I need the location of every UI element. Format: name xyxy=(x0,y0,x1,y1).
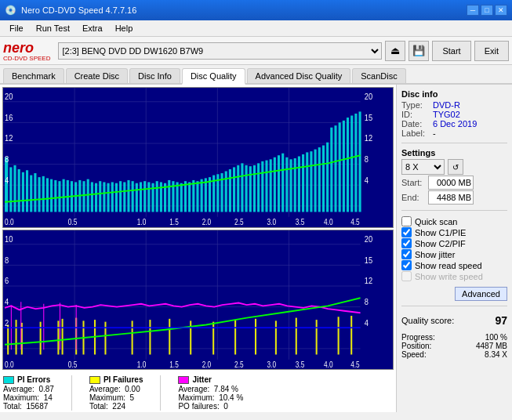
refresh-icon-button[interactable]: ↺ xyxy=(448,159,463,175)
quality-score-value: 97 xyxy=(495,314,507,327)
save-icon-button[interactable]: 💾 xyxy=(409,41,429,61)
svg-rect-69 xyxy=(241,163,243,212)
eject-icon-button[interactable]: ⏏ xyxy=(385,41,405,61)
end-field[interactable] xyxy=(428,190,474,205)
maximize-button[interactable]: □ xyxy=(481,5,493,16)
svg-rect-79 xyxy=(281,154,284,212)
svg-text:0.0: 0.0 xyxy=(5,360,14,369)
quick-scan-checkbox[interactable] xyxy=(401,216,412,226)
speed-select[interactable]: 8 X xyxy=(401,159,445,175)
pi-errors-stats: PI Errors Average: 0.87 Maximum: 14 Tota… xyxy=(3,375,54,411)
svg-rect-70 xyxy=(245,165,248,212)
progress-row: Progress: 100 % xyxy=(401,333,507,342)
svg-rect-139 xyxy=(104,321,106,354)
svg-rect-60 xyxy=(205,178,207,212)
svg-rect-96 xyxy=(350,116,353,212)
show-c2-pif-checkbox[interactable] xyxy=(401,238,412,248)
svg-text:12: 12 xyxy=(365,276,373,285)
toolbar: nero CD-DVD SPEED [2:3] BENQ DVD DD DW16… xyxy=(0,37,512,65)
svg-text:1.0: 1.0 xyxy=(137,360,147,369)
svg-rect-59 xyxy=(201,179,203,212)
menu-extra[interactable]: Extra xyxy=(76,22,109,34)
app-logo: nero CD-DVD SPEED xyxy=(3,40,50,62)
jitter-max: Maximum: 10.4 % xyxy=(178,393,243,402)
svg-text:2.0: 2.0 xyxy=(202,218,212,226)
svg-rect-39 xyxy=(119,181,122,212)
start-field-row: Start: xyxy=(401,176,507,190)
show-read-speed-row: Show read speed xyxy=(401,260,507,270)
svg-rect-55 xyxy=(184,181,187,212)
tab-scan-disc[interactable]: ScanDisc xyxy=(352,68,405,83)
divider-2 xyxy=(401,210,507,211)
svg-rect-35 xyxy=(103,182,105,212)
svg-rect-145 xyxy=(234,320,236,354)
title-bar-left: 💿 Nero CD-DVD Speed 4.7.7.16 xyxy=(5,5,136,16)
svg-rect-65 xyxy=(225,172,227,212)
svg-text:4: 4 xyxy=(365,317,369,327)
svg-rect-71 xyxy=(249,166,252,212)
svg-text:12: 12 xyxy=(365,134,373,143)
svg-text:2.5: 2.5 xyxy=(234,360,244,369)
svg-rect-97 xyxy=(354,114,357,212)
svg-rect-41 xyxy=(127,180,129,212)
svg-rect-146 xyxy=(255,318,256,354)
jitter-label: Jitter xyxy=(178,375,243,384)
svg-text:1.5: 1.5 xyxy=(169,360,179,369)
tab-disc-info[interactable]: Disc Info xyxy=(129,68,180,83)
tab-benchmark[interactable]: Benchmark xyxy=(3,68,64,83)
svg-rect-49 xyxy=(160,182,162,212)
svg-rect-45 xyxy=(143,181,146,212)
svg-rect-25 xyxy=(63,179,65,212)
tab-advanced-disc-quality[interactable]: Advanced Disc Quality xyxy=(247,68,351,83)
svg-text:8: 8 xyxy=(365,154,369,164)
advanced-button[interactable]: Advanced xyxy=(455,287,507,301)
svg-rect-46 xyxy=(147,182,150,212)
start-field[interactable] xyxy=(428,176,474,190)
svg-text:8: 8 xyxy=(5,154,9,164)
pi-failures-avg: Average: 0.00 xyxy=(89,385,143,393)
svg-text:15: 15 xyxy=(365,255,373,264)
menu-file[interactable]: File xyxy=(3,22,30,34)
svg-rect-43 xyxy=(136,183,138,212)
svg-text:6: 6 xyxy=(5,276,9,285)
svg-rect-93 xyxy=(339,122,341,212)
show-read-speed-checkbox[interactable] xyxy=(401,260,412,270)
speed-row: 8 X ↺ xyxy=(401,159,507,175)
drive-select[interactable]: [2:3] BENQ DVD DD DW1620 B7W9 xyxy=(58,42,382,60)
pi-failures-max: Maximum: 5 xyxy=(89,393,143,402)
show-jitter-checkbox[interactable] xyxy=(401,249,412,259)
menu-help[interactable]: Help xyxy=(109,22,140,34)
exit-button[interactable]: Exit xyxy=(474,41,509,61)
svg-text:3.5: 3.5 xyxy=(296,218,305,226)
svg-rect-83 xyxy=(298,156,300,212)
svg-text:4: 4 xyxy=(5,176,9,185)
pi-failures-total: Total: 224 xyxy=(89,402,143,411)
svg-rect-148 xyxy=(296,317,297,354)
svg-text:2.5: 2.5 xyxy=(234,218,244,226)
svg-rect-134 xyxy=(57,320,59,354)
tab-disc-quality[interactable]: Disc Quality xyxy=(182,68,245,85)
show-write-speed-checkbox[interactable] xyxy=(401,271,412,281)
svg-rect-42 xyxy=(132,181,134,212)
svg-rect-34 xyxy=(99,181,101,212)
tab-create-disc[interactable]: Create Disc xyxy=(66,68,128,83)
start-button[interactable]: Start xyxy=(432,41,470,61)
settings-section: Settings 8 X ↺ Start: End: xyxy=(401,148,507,205)
show-c2-pif-row: Show C2/PIF xyxy=(401,238,507,248)
svg-rect-130 xyxy=(7,324,9,354)
pi-errors-max: Maximum: 14 xyxy=(3,393,54,402)
menu-run-test[interactable]: Run Test xyxy=(30,22,76,34)
disc-info-section: Disc info Type: DVD-R ID: TYG02 Date: 6 … xyxy=(401,89,507,138)
svg-rect-51 xyxy=(168,180,170,212)
svg-rect-73 xyxy=(257,163,260,212)
svg-rect-38 xyxy=(115,183,118,212)
disc-info-title: Disc info xyxy=(401,89,507,99)
show-c1-pie-checkbox[interactable] xyxy=(401,227,412,237)
svg-rect-80 xyxy=(285,158,288,212)
pi-failures-label: PI Failures xyxy=(89,375,143,384)
svg-rect-91 xyxy=(330,128,332,212)
minimize-button[interactable]: ─ xyxy=(467,5,479,16)
svg-rect-22 xyxy=(50,179,53,212)
svg-rect-56 xyxy=(188,182,191,212)
close-button[interactable]: ✕ xyxy=(495,5,507,16)
